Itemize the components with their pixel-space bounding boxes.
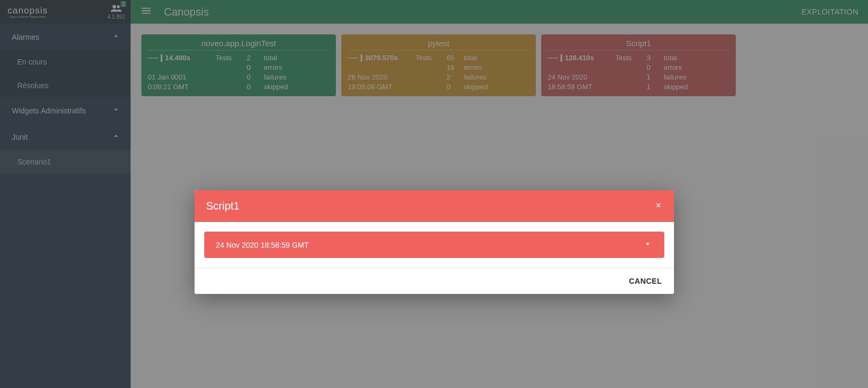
modal-entry-row[interactable]: 24 Nov 2020 18:58:59 GMT	[204, 232, 664, 258]
modal-dialog: Script1 24 Nov 2020 18:58:59 GMT CANCEL	[195, 190, 674, 294]
chevron-down-icon	[643, 239, 652, 250]
cancel-button[interactable]: CANCEL	[629, 277, 662, 285]
close-icon[interactable]	[655, 200, 662, 212]
modal-entry-label: 24 Nov 2020 18:58:59 GMT	[216, 241, 309, 249]
modal-footer: CANCEL	[195, 268, 674, 294]
modal-header: Script1	[195, 190, 674, 222]
modal-title: Script1	[206, 200, 240, 212]
modal-body: 24 Nov 2020 18:58:59 GMT	[195, 222, 674, 268]
